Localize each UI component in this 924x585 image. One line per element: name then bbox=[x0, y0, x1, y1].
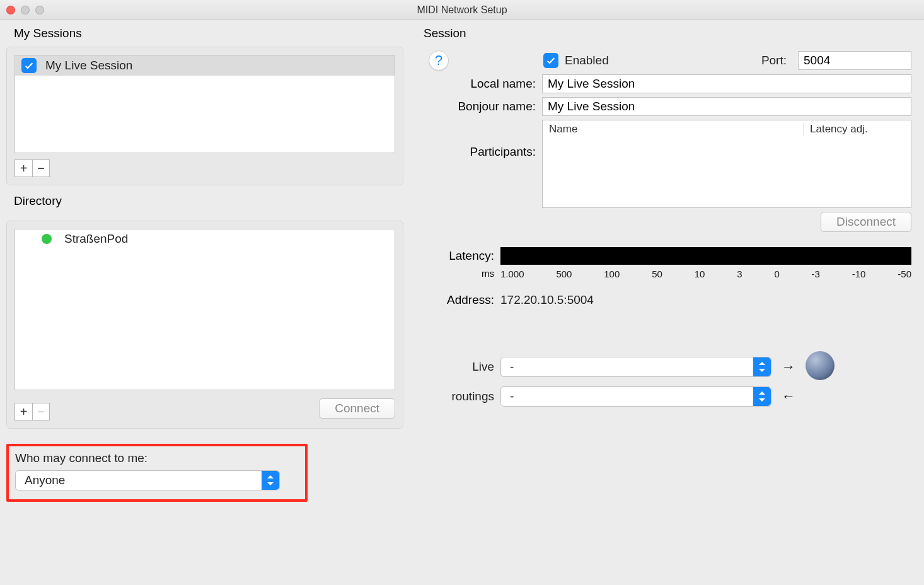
latency-label: Latency: bbox=[429, 249, 494, 263]
help-button[interactable]: ? bbox=[429, 50, 449, 71]
latency-graph bbox=[500, 247, 911, 265]
tick: 0 bbox=[774, 269, 779, 279]
routing-in-dropdown[interactable]: - bbox=[500, 357, 771, 377]
minimize-icon[interactable] bbox=[21, 6, 30, 14]
directory-row[interactable]: StraßenPod bbox=[15, 229, 395, 248]
routing-out-dropdown[interactable]: - bbox=[500, 386, 771, 407]
routing-out-value: - bbox=[510, 390, 514, 403]
my-sessions-label: My Sessions bbox=[14, 26, 400, 40]
bonjour-name-input[interactable] bbox=[542, 97, 911, 116]
who-may-connect-highlight: Who may connect to me: Anyone bbox=[6, 444, 308, 502]
enabled-label: Enabled bbox=[565, 54, 609, 67]
who-label: Who may connect to me: bbox=[15, 451, 299, 465]
zoom-icon[interactable] bbox=[35, 6, 44, 14]
window-title: MIDI Network Setup bbox=[0, 4, 924, 16]
session-row[interactable]: My Live Session bbox=[15, 55, 395, 76]
directory-plusminus: + − bbox=[14, 403, 50, 420]
port-label: Port: bbox=[761, 54, 787, 67]
participants-list[interactable]: Name Latency adj. bbox=[542, 120, 911, 208]
tick: 500 bbox=[556, 269, 572, 279]
titlebar: MIDI Network Setup bbox=[0, 0, 924, 20]
tick: 50 bbox=[652, 269, 662, 279]
online-status-icon bbox=[42, 234, 52, 244]
address-label: Address: bbox=[429, 293, 494, 307]
who-value: Anyone bbox=[25, 473, 65, 487]
sessions-plusminus: + − bbox=[14, 159, 395, 177]
connect-button[interactable]: Connect bbox=[319, 398, 395, 419]
remove-session-button[interactable]: − bbox=[32, 159, 50, 177]
participants-header: Name Latency adj. bbox=[543, 120, 911, 138]
left-pane: My Sessions My Live Session + − Director… bbox=[0, 20, 410, 585]
participants-label: Participants: bbox=[429, 120, 536, 159]
network-globe-icon bbox=[806, 351, 834, 380]
routing-in-value: - bbox=[510, 360, 514, 374]
add-session-button[interactable]: + bbox=[14, 159, 32, 177]
dropdown-stepper-icon bbox=[753, 357, 771, 376]
arrow-right-icon: → bbox=[778, 359, 799, 375]
add-directory-button[interactable]: + bbox=[14, 403, 32, 420]
directory-label: Directory bbox=[14, 194, 400, 208]
remove-directory-button[interactable]: − bbox=[32, 403, 50, 420]
address-value: 172.20.10.5:5004 bbox=[500, 293, 594, 307]
dropdown-stepper-icon bbox=[753, 387, 771, 406]
participants-col-name[interactable]: Name bbox=[543, 123, 804, 136]
directory-name: StraßenPod bbox=[64, 232, 128, 246]
directory-panel: StraßenPod + − Connect bbox=[6, 221, 403, 429]
session-label: Session bbox=[424, 26, 914, 40]
live-routings-label-bottom: routings bbox=[429, 390, 494, 403]
latency-ticks: 1.000 500 100 50 10 3 0 -3 -10 -50 bbox=[500, 269, 911, 279]
session-name: My Live Session bbox=[45, 59, 132, 72]
tick: 3 bbox=[737, 269, 742, 279]
right-pane: Session ? Enabled Port: Local name: bbox=[410, 20, 924, 585]
dropdown-stepper-icon bbox=[262, 471, 279, 490]
tick: 10 bbox=[695, 269, 705, 279]
sessions-panel: My Live Session + − bbox=[6, 47, 403, 185]
port-input[interactable] bbox=[798, 51, 911, 70]
sessions-list[interactable]: My Live Session bbox=[14, 55, 395, 153]
ms-label: ms bbox=[429, 268, 494, 279]
tick: 1.000 bbox=[500, 269, 524, 279]
bonjour-name-label: Bonjour name: bbox=[429, 100, 536, 113]
enabled-checkbox[interactable] bbox=[543, 53, 558, 68]
tick: -10 bbox=[852, 269, 866, 279]
arrow-left-icon: ← bbox=[778, 388, 799, 405]
tick: 100 bbox=[604, 269, 620, 279]
session-checkbox[interactable] bbox=[21, 58, 37, 73]
who-may-connect-dropdown[interactable]: Anyone bbox=[15, 470, 280, 490]
directory-list[interactable]: StraßenPod bbox=[14, 229, 395, 390]
tick: -3 bbox=[812, 269, 820, 279]
participants-col-latency[interactable]: Latency adj. bbox=[804, 123, 911, 136]
local-name-label: Local name: bbox=[429, 77, 536, 91]
local-name-input[interactable] bbox=[542, 74, 911, 93]
window: MIDI Network Setup My Sessions My Live S… bbox=[0, 0, 924, 585]
live-routings-label-top: Live bbox=[429, 360, 494, 374]
disconnect-button[interactable]: Disconnect bbox=[821, 212, 911, 232]
close-icon[interactable] bbox=[6, 6, 15, 14]
window-controls bbox=[6, 6, 44, 14]
tick: -50 bbox=[898, 269, 911, 279]
